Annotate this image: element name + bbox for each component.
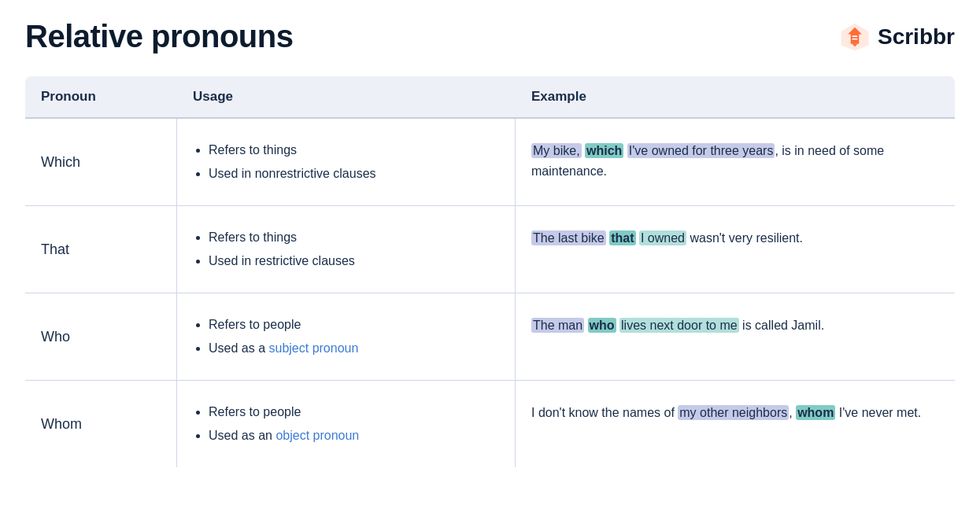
subject-pronoun-link[interactable]: subject pronoun: [268, 341, 358, 355]
usage-item: Refers to people: [209, 315, 358, 334]
object-pronoun-link[interactable]: object pronoun: [276, 429, 359, 442]
highlight-teal-that: that: [609, 230, 635, 245]
cell-usage-whom: Refers to people Used as an object prono…: [177, 381, 516, 467]
usage-item: Used as a subject pronoun: [209, 339, 358, 358]
highlight-teal-light: lives next door to me: [619, 318, 739, 333]
usage-item: Refers to things: [209, 228, 355, 247]
cell-example-that: The last bike that I owned wasn't very r…: [516, 206, 955, 293]
logo-text: Scribbr: [878, 24, 955, 50]
highlight-teal-light: I owned: [639, 230, 686, 245]
cell-pronoun-which: Which: [25, 119, 177, 205]
cell-pronoun-whom: Whom: [25, 381, 177, 467]
page-title: Relative pronouns: [25, 19, 293, 54]
highlight-purple: I've owned for three years: [627, 143, 775, 158]
table-header: Pronoun Usage Example: [25, 76, 955, 119]
table-container: Pronoun Usage Example Which Refers to th…: [25, 76, 955, 467]
cell-usage-that: Refers to things Used in restrictive cla…: [177, 206, 516, 293]
logo: Scribbr: [838, 20, 955, 53]
cell-pronoun-that: That: [25, 206, 177, 293]
usage-item: Refers to things: [209, 141, 376, 160]
scribbr-logo-icon: [838, 20, 871, 53]
highlight-purple: My bike,: [531, 143, 582, 158]
table-row: Which Refers to things Used in nonrestri…: [25, 119, 955, 206]
page: Relative pronouns Scribbr Pronoun Usage …: [0, 0, 980, 486]
table-row: Who Refers to people Used as a subject p…: [25, 293, 955, 381]
cell-example-whom: I don't know the names of my other neigh…: [516, 381, 955, 467]
header-example: Example: [516, 76, 955, 117]
table-row: Whom Refers to people Used as an object …: [25, 381, 955, 467]
highlight-teal-whom: whom: [796, 405, 835, 420]
svg-rect-1: [852, 35, 857, 37]
table-row: That Refers to things Used in restrictiv…: [25, 206, 955, 293]
cell-pronoun-who: Who: [25, 293, 177, 380]
highlight-teal-which: which: [585, 143, 623, 158]
usage-item: Used in restrictive clauses: [209, 252, 355, 271]
highlight-purple: The last bike: [531, 230, 606, 245]
usage-item: Used as an object pronoun: [209, 426, 359, 445]
cell-example-who: The man who lives next door to me is cal…: [516, 293, 955, 380]
highlight-teal-who: who: [588, 318, 616, 333]
highlight-purple: my other neighbors: [678, 405, 789, 420]
usage-item: Refers to people: [209, 403, 359, 422]
header-pronoun: Pronoun: [25, 76, 177, 117]
usage-item: Used in nonrestrictive clauses: [209, 164, 376, 183]
cell-example-which: My bike, which I've owned for three year…: [516, 119, 955, 205]
svg-rect-2: [852, 38, 857, 39]
highlight-purple: The man: [531, 318, 584, 333]
cell-usage-which: Refers to things Used in nonrestrictive …: [177, 119, 516, 205]
header: Relative pronouns Scribbr: [25, 19, 955, 54]
header-usage: Usage: [177, 76, 516, 117]
cell-usage-who: Refers to people Used as a subject prono…: [177, 293, 516, 380]
